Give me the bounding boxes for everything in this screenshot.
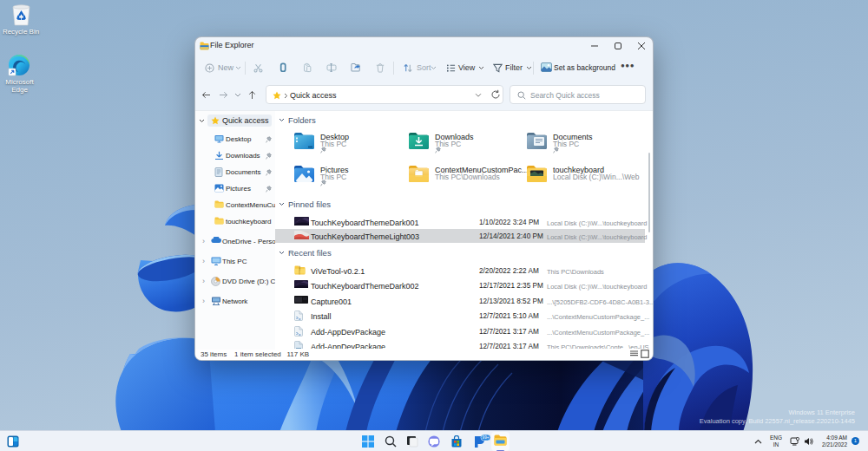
svg-text:99+: 99+ [483,435,490,440]
